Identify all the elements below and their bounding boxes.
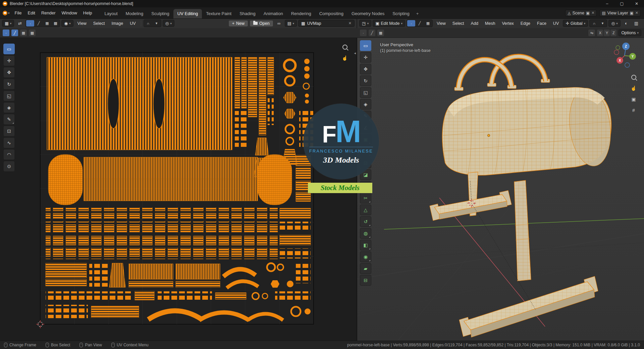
scale-tool[interactable]: ◱	[360, 87, 371, 98]
grab-tool[interactable]: ∿	[3, 137, 15, 148]
tweak-select-tool[interactable]: ▭	[360, 40, 371, 51]
rotate-tool[interactable]: ↻	[360, 75, 371, 86]
image-browse-dropdown[interactable]: ▤ ▾	[285, 20, 297, 27]
proportional-editing-dropdown[interactable]: ◎ ▾	[163, 20, 174, 27]
blender-app-menu[interactable]: ▾	[0, 11, 12, 15]
overlays-toggle-icon[interactable]: ◐	[622, 20, 631, 27]
mode-dropdown[interactable]: ▣ Edit Mode ▾	[373, 20, 405, 27]
menu-render[interactable]: Render	[38, 9, 59, 17]
smooth-tool[interactable]: ◍	[360, 228, 371, 239]
navigation-gizmo[interactable]: Z Y X	[610, 41, 639, 70]
tab-uv-editing[interactable]: UV Editing	[173, 9, 202, 18]
snap-magnet-icon[interactable]: ∩	[590, 20, 598, 26]
editor-type-button-3d[interactable]: ◳ ▾	[359, 20, 371, 27]
transform-tool[interactable]: ◈	[3, 102, 15, 113]
pivot-point-dropdown[interactable]: ◉ ▾	[61, 20, 73, 27]
uv-menu-view[interactable]: View	[75, 20, 89, 27]
knife-tool[interactable]: ✂	[360, 193, 371, 203]
uv-menu-select[interactable]: Select	[91, 20, 108, 27]
viewport-area[interactable]: User Perspective (1) pommel-horse-left-b…	[357, 38, 644, 341]
edge-slide-tool[interactable]: ◧	[360, 240, 371, 250]
snap-magnet-icon[interactable]: ∩	[144, 20, 152, 26]
mirror-y-toggle[interactable]: Y	[604, 30, 610, 36]
transform-orientation-dropdown[interactable]: ✛ Global ▾	[563, 20, 588, 27]
add-workspace-button[interactable]: +	[414, 9, 422, 18]
tab-compositing[interactable]: Compositing	[315, 9, 347, 18]
snap-settings-dropdown[interactable]: ▾	[598, 20, 606, 26]
uv-select-island-button[interactable]: ▩	[51, 20, 59, 26]
mirror-x-toggle[interactable]: X	[597, 30, 603, 36]
v3d-menu-add[interactable]: Add	[468, 20, 481, 27]
v3d-menu-face[interactable]: Face	[534, 20, 549, 27]
maximize-button[interactable]: ▢	[614, 0, 629, 7]
editor-type-button[interactable]: ▦ ▾	[2, 20, 14, 27]
v3d-menu-view[interactable]: View	[434, 20, 448, 27]
move-tool[interactable]: ✥	[3, 67, 15, 78]
clear-uv-map-icon[interactable]: ✕	[348, 21, 352, 25]
tool-option-icon-3[interactable]: ▦	[377, 30, 384, 36]
cursor-2d-tool[interactable]: ✛	[3, 55, 15, 66]
zoom-icon[interactable]	[629, 73, 638, 81]
open-image-button[interactable]: Open	[250, 20, 273, 27]
uv-sticky-vertex-button[interactable]: ∙	[3, 30, 9, 36]
tab-scripting[interactable]: Scripting	[388, 9, 414, 18]
close-button[interactable]: ✕	[629, 0, 644, 7]
edge-mode-button[interactable]: ╱	[416, 20, 424, 26]
shrink-fatten-tool[interactable]: ◉	[360, 251, 371, 262]
camera-view-icon[interactable]: ▣	[629, 95, 638, 103]
region-collapse-icon[interactable]: ◂	[354, 51, 356, 55]
view-layer-selector[interactable]: ▤ View Layer ▣ ✕	[599, 10, 641, 16]
new-view-layer-icon[interactable]: ▣	[630, 11, 633, 15]
shading-mode-icon[interactable]: ▥	[632, 20, 641, 27]
tool-option-icon-1[interactable]: ∙	[360, 30, 367, 36]
v3d-menu-select[interactable]: Select	[450, 20, 467, 27]
poly-build-tool[interactable]: △	[360, 205, 371, 215]
uv-sticky-edge-button[interactable]: ╱	[11, 30, 18, 36]
cursor-3d-tool[interactable]: ✛	[360, 52, 371, 63]
uv-menu-image[interactable]: Image	[109, 20, 126, 27]
shear-tool[interactable]: ▰	[360, 263, 371, 274]
menu-help[interactable]: Help	[80, 9, 95, 17]
options-dropdown[interactable]: Options ▾	[619, 30, 641, 36]
pan-hand-icon[interactable]: ☝	[340, 54, 349, 62]
zoom-icon[interactable]	[340, 43, 349, 51]
tab-texture-paint[interactable]: Texture Paint	[202, 9, 235, 18]
uv-sticky-island-button[interactable]: ▩	[29, 30, 36, 36]
rip-region-tool[interactable]: ⊡	[3, 126, 15, 136]
transform-tool[interactable]: ◈	[360, 99, 371, 110]
tweak-select-tool[interactable]: ▭	[3, 44, 15, 54]
remove-view-layer-icon[interactable]: ✕	[635, 11, 638, 15]
mirror-z-toggle[interactable]: Z	[610, 30, 616, 36]
v3d-menu-vertex[interactable]: Vertex	[499, 20, 516, 27]
rotate-tool[interactable]: ↻	[3, 79, 15, 90]
uv-sync-selection-toggle[interactable]: ⇄	[15, 20, 24, 27]
tab-layout[interactable]: Layout	[101, 9, 122, 18]
tab-geometry-nodes[interactable]: Geometry Nodes	[347, 9, 388, 18]
toggle-ortho-icon[interactable]: #	[629, 106, 638, 114]
active-uv-map-field[interactable]: ▦ UVMap ✕	[298, 20, 355, 27]
tool-option-icon-2[interactable]: ╱	[369, 30, 375, 36]
uv-select-edge-button[interactable]: ╱	[35, 20, 43, 26]
uv-editor-area[interactable]: ▭ ✛ ✥ ↻ ◱ ◈ ✎ ⊡ ∿ ◠ ⊙ ☝ ◂	[0, 38, 357, 341]
uv-select-vertex-button[interactable]: ∙	[26, 20, 34, 26]
menu-window[interactable]: Window	[59, 9, 80, 17]
new-image-button[interactable]: + New	[228, 20, 248, 27]
proportional-editing-dropdown-3d[interactable]: ◎ ▾	[608, 20, 620, 27]
tab-rendering[interactable]: Rendering	[287, 9, 315, 18]
pan-hand-icon[interactable]: ☝	[629, 84, 638, 92]
pinch-tool[interactable]: ⊙	[3, 161, 15, 172]
new-scene-icon[interactable]: ▣	[586, 11, 590, 15]
tab-sculpting[interactable]: Sculpting	[147, 9, 173, 18]
scale-tool[interactable]: ◱	[3, 91, 15, 101]
unlink-scene-icon[interactable]: ✕	[591, 11, 594, 15]
menu-file[interactable]: File	[12, 9, 25, 17]
tab-animation[interactable]: Animation	[260, 9, 287, 18]
menu-edit[interactable]: Edit	[24, 9, 38, 17]
face-mode-button[interactable]: ▦	[424, 20, 432, 26]
tab-shading[interactable]: Shading	[235, 9, 260, 18]
v3d-menu-edge[interactable]: Edge	[518, 20, 533, 27]
uv-canvas[interactable]	[40, 53, 314, 324]
scene-selector[interactable]: ◬ Scene ▣ ✕	[565, 10, 597, 16]
rip-region-tool[interactable]: ⊟	[360, 275, 371, 286]
spin-tool[interactable]: ↺	[360, 216, 371, 227]
